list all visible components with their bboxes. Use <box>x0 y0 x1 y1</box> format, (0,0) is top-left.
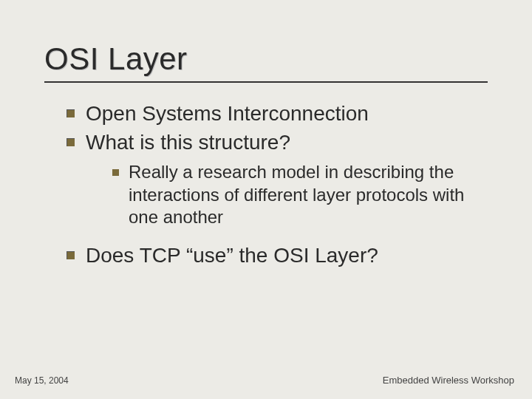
title-container: OSI Layer <box>44 41 488 83</box>
bullet-item: What is this structure? Really a researc… <box>66 129 495 229</box>
footer-event: Embedded Wireless Workshop <box>383 375 514 386</box>
slide-title: OSI Layer <box>44 41 488 77</box>
sub-bullet-item: Really a research model in describing th… <box>112 161 495 229</box>
sub-bullet-list: Really a research model in describing th… <box>86 161 495 229</box>
slide: OSI Layer Open Systems Interconnection W… <box>0 0 532 399</box>
bullet-item: Does TCP “use” the OSI Layer? <box>66 242 495 268</box>
bullet-item: Open Systems Interconnection <box>66 100 495 126</box>
bullet-text: Open Systems Interconnection <box>86 102 369 125</box>
bullet-list: Open Systems Interconnection What is thi… <box>66 100 495 271</box>
footer-date: May 15, 2004 <box>15 375 69 386</box>
bullet-text: What is this structure? <box>86 131 290 154</box>
bullet-text: Does TCP “use” the OSI Layer? <box>86 244 378 267</box>
sub-bullet-text: Really a research model in describing th… <box>129 162 464 227</box>
